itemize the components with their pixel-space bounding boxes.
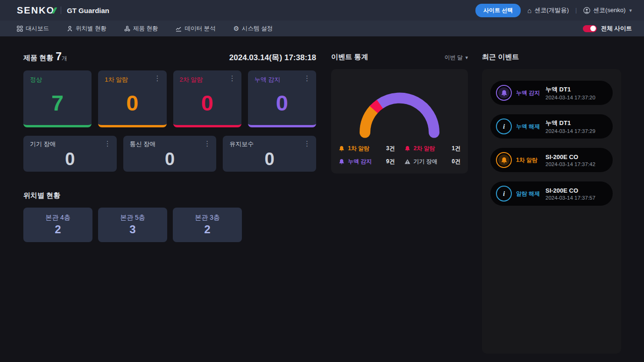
- kebab-menu-icon[interactable]: ⋮: [304, 140, 311, 147]
- kebab-menu-icon[interactable]: ⋮: [304, 75, 311, 82]
- status-card-normal[interactable]: 정상 7: [23, 70, 92, 127]
- kebab-menu-icon[interactable]: ⋮: [204, 140, 211, 147]
- line-chart-icon: [176, 26, 182, 32]
- location-card-4f[interactable]: 본관 4층 2: [23, 208, 92, 242]
- status-card-device-fault[interactable]: 기기 장애 ⋮ 0: [23, 136, 117, 172]
- dashboard-app: SENKO GT Guardian 사이트 선택 ⌂ 센코(개발용) | 센코(…: [0, 0, 644, 362]
- nav-label: 제품 현황: [133, 25, 158, 33]
- top-header: SENKO GT Guardian 사이트 선택 ⌂ 센코(개발용) | 센코(…: [0, 0, 644, 21]
- event-list-item[interactable]: 누액 감지 누액 DT1 2024-03-14 17:37:20: [490, 81, 613, 105]
- all-sites-toggle[interactable]: [583, 25, 597, 32]
- status-card-label: 1차 알람: [105, 76, 160, 84]
- bell-icon: [404, 146, 410, 152]
- senko-logo: SENKO: [17, 5, 55, 16]
- legend-item-alarm2: 2차 알람 1건: [404, 145, 461, 153]
- status-card-value: 0: [180, 84, 235, 125]
- event-stats-title: 이벤트 통계: [331, 53, 368, 62]
- recent-events-title: 최근 이벤트: [482, 53, 519, 62]
- user-icon: [583, 7, 590, 14]
- event-timestamp: 2024-03-14 17:37:20: [545, 95, 595, 100]
- kebab-menu-icon[interactable]: ⋮: [154, 75, 161, 82]
- legend-item-leak: 누액 감지 9건: [339, 158, 395, 166]
- status-card-value: 7: [30, 84, 85, 125]
- bell-icon: [339, 159, 345, 165]
- event-stats-panel: 1차 알람 3건 2차 알람 1건 누액 감지 9건: [331, 69, 468, 174]
- brand-divider: [61, 7, 61, 14]
- status-card-label: 통신 장애: [130, 140, 210, 148]
- event-stats-section: 이벤트 통계 이번 달 ▾ 1차 알람 3건 2차 알람 1건: [331, 50, 468, 354]
- brand: SENKO GT Guardian: [17, 5, 109, 16]
- event-list-item[interactable]: 1차 알람 SI-200E CO 2024-03-14 17:37:42: [490, 148, 613, 172]
- site-name-label: 센코(개발용): [534, 6, 569, 14]
- location-card-5f[interactable]: 본관 5층 3: [98, 208, 167, 242]
- period-filter-dropdown[interactable]: 이번 달 ▾: [445, 54, 468, 62]
- nav-item-settings[interactable]: ⚙ 시스템 설정: [233, 25, 273, 33]
- status-card-label: 유지보수: [229, 140, 310, 148]
- status-card-alarm2[interactable]: 2차 알람 ⋮ 0: [173, 70, 241, 127]
- product-status-section: 제품 현황7개 2024.03.14(목) 17:38:18 정상 7 1차 알…: [23, 50, 316, 354]
- location-card-3f[interactable]: 본관 3층 2: [173, 208, 242, 242]
- kebab-menu-icon[interactable]: ⋮: [229, 75, 236, 82]
- bell-icon: [496, 152, 512, 168]
- event-device: 누액 DT1: [545, 85, 595, 94]
- current-datetime: 2024.03.14(목) 17:38:18: [229, 52, 316, 63]
- product-count: 7: [56, 50, 62, 63]
- status-card-label: 누액 감지: [255, 76, 310, 84]
- kebab-menu-icon[interactable]: ⋮: [104, 140, 111, 147]
- location-label: 본관 4층: [45, 214, 71, 222]
- event-device: SI-200E CO: [545, 187, 595, 194]
- user-name-label: 센코(senko): [593, 6, 625, 14]
- molecule-icon: [124, 26, 130, 32]
- nav-item-products[interactable]: 제품 현황: [124, 25, 158, 33]
- legend-item-device-fault: 기기 장애 0건: [404, 158, 461, 166]
- event-device: 누액 DT1: [545, 119, 595, 127]
- site-select-button[interactable]: 사이트 선택: [475, 4, 521, 17]
- toggle-knob: [590, 26, 596, 31]
- status-card-label: 2차 알람: [180, 76, 235, 84]
- all-sites-toggle-label: 전체 사이트: [601, 25, 632, 33]
- status-card-value: 0: [105, 84, 160, 125]
- chevron-down-icon: ▾: [465, 55, 468, 60]
- home-icon: ⌂: [527, 7, 531, 14]
- chevron-down-icon: ▾: [629, 7, 632, 14]
- info-icon: i: [496, 186, 512, 202]
- event-type-label: 누액 해제: [516, 123, 541, 131]
- nav-label: 시스템 설정: [242, 25, 273, 33]
- event-list-item[interactable]: i 누액 해제 누액 DT1 2024-03-14 17:37:29: [490, 114, 613, 139]
- current-site[interactable]: ⌂ 센코(개발용): [527, 6, 569, 14]
- event-timestamp: 2024-03-14 17:37:57: [545, 195, 595, 201]
- main-content: 제품 현황7개 2024.03.14(목) 17:38:18 정상 7 1차 알…: [0, 36, 644, 354]
- status-card-maintenance[interactable]: 유지보수 ⋮ 0: [223, 136, 316, 172]
- bell-icon: [339, 146, 345, 152]
- main-nav: 대시보드 위치별 현황 제품 현황: [0, 21, 644, 36]
- event-timestamp: 2024-03-14 17:37:29: [545, 128, 595, 134]
- bell-icon: [496, 85, 512, 101]
- nav-label: 데이터 분석: [184, 25, 215, 33]
- event-device: SI-200E CO: [545, 153, 595, 160]
- location-value: 2: [55, 223, 61, 236]
- status-card-comm-fault[interactable]: 통신 장애 ⋮ 0: [123, 136, 217, 172]
- status-card-label: 기기 장애: [30, 140, 110, 148]
- app-title: GT Guardian: [67, 7, 109, 14]
- nav-item-data-analysis[interactable]: 데이터 분석: [176, 25, 215, 33]
- location-value: 3: [129, 223, 135, 236]
- status-card-leak[interactable]: 누액 감지 ⋮ 0: [248, 70, 316, 127]
- event-timestamp: 2024-03-14 17:37:42: [545, 161, 595, 167]
- nav-item-locations[interactable]: 위치별 현황: [67, 25, 106, 33]
- event-type-label: 알람 해제: [516, 190, 541, 198]
- product-status-title: 제품 현황7개: [23, 50, 67, 63]
- nav-label: 위치별 현황: [76, 25, 106, 33]
- location-value: 2: [204, 223, 210, 236]
- dashboard-grid-icon: [17, 26, 23, 32]
- warning-triangle-icon: [404, 159, 410, 165]
- status-card-alarm1[interactable]: 1차 알람 ⋮ 0: [98, 70, 166, 127]
- nav-item-dashboard[interactable]: 대시보드: [17, 25, 49, 33]
- event-list-item[interactable]: i 알람 해제 SI-200E CO 2024-03-14 17:37:57: [490, 181, 613, 206]
- status-card-label: 정상: [30, 76, 85, 84]
- status-card-value: 0: [229, 148, 310, 172]
- status-card-value: 0: [255, 84, 310, 125]
- recent-events-section: 최근 이벤트 누액 감지 누액 DT1 2024-03-14 17:37:20 …: [482, 50, 621, 354]
- nav-label: 대시보드: [26, 25, 49, 33]
- user-menu[interactable]: 센코(senko) ▾: [583, 6, 632, 14]
- info-icon: i: [496, 118, 512, 134]
